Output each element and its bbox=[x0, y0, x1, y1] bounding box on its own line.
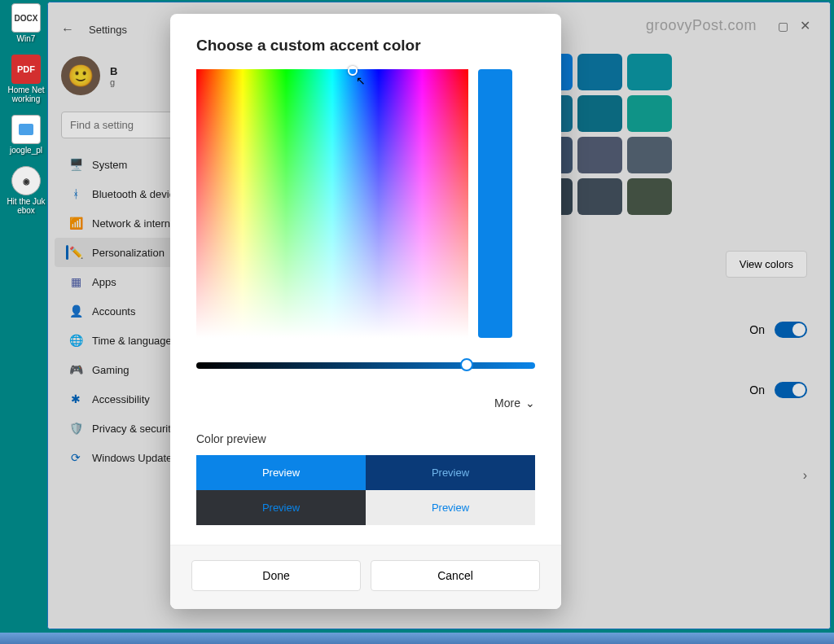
spectrum-cursor[interactable] bbox=[348, 66, 358, 76]
color-picker-dialog: Choose a custom accent color ↖ More ⌄ Co… bbox=[170, 14, 561, 609]
desktop-icon-cd[interactable]: ◉ Hit the Jukebox bbox=[7, 166, 46, 215]
preview-dark-bg: Preview bbox=[196, 490, 366, 525]
hue-preview-bar[interactable] bbox=[478, 69, 512, 338]
chevron-down-icon: ⌄ bbox=[525, 396, 535, 410]
settings-window: ← Settings 🙂 B g 🖥️SystemᚼBluetooth & de… bbox=[47, 2, 831, 629]
pdf-icon: PDF bbox=[11, 55, 41, 84]
taskbar[interactable] bbox=[0, 633, 834, 644]
docx-icon: DOCX bbox=[11, 3, 41, 33]
dialog-footer: Done Cancel bbox=[170, 545, 561, 609]
preview-accent-light: Preview bbox=[196, 455, 366, 490]
image-icon bbox=[11, 115, 41, 144]
preview-accent-dark: Preview bbox=[366, 455, 535, 490]
done-button[interactable]: Done bbox=[191, 560, 361, 591]
mouse-cursor-icon: ↖ bbox=[356, 74, 366, 87]
value-slider[interactable] bbox=[196, 362, 535, 370]
value-track bbox=[196, 362, 535, 369]
preview-grid: Preview Preview Preview Preview bbox=[196, 455, 535, 525]
desktop-label: Win7 bbox=[7, 34, 46, 43]
preview-light-bg: Preview bbox=[366, 490, 535, 525]
value-thumb[interactable] bbox=[460, 358, 473, 371]
color-spectrum[interactable]: ↖ bbox=[196, 69, 468, 338]
desktop-icon-docx[interactable]: DOCX Win7 bbox=[7, 3, 46, 43]
cancel-button[interactable]: Cancel bbox=[371, 560, 540, 591]
cd-icon: ◉ bbox=[11, 166, 41, 195]
preview-label: Color preview bbox=[196, 432, 535, 445]
desktop-label: Hit the Jukebox bbox=[7, 197, 46, 215]
dialog-title: Choose a custom accent color bbox=[196, 37, 535, 55]
desktop-label: joogle_pl bbox=[7, 146, 46, 155]
desktop-icon-pdf[interactable]: PDF Home Networking bbox=[7, 55, 46, 103]
more-expander[interactable]: More ⌄ bbox=[196, 396, 535, 410]
desktop: DOCX Win7 PDF Home Networking joogle_pl … bbox=[0, 0, 49, 644]
desktop-icon-image[interactable]: joogle_pl bbox=[7, 115, 46, 155]
desktop-label: Home Networking bbox=[7, 85, 46, 103]
more-label: More bbox=[494, 396, 520, 410]
